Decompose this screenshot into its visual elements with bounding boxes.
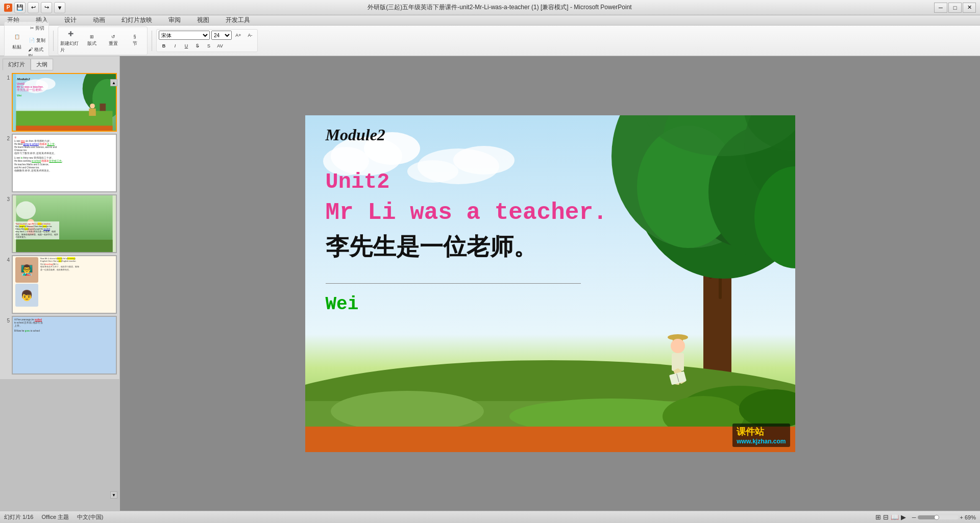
tab-view[interactable]: 视图	[194, 15, 212, 26]
view-reading-btn[interactable]: 📖	[891, 513, 899, 521]
bold-btn[interactable]: B	[159, 41, 169, 51]
minimize-btn[interactable]: ─	[934, 3, 947, 13]
slide-img-4[interactable]: 👨‍🏫 👦 Now Mr Li doesn't(work).He's(learn…	[12, 255, 117, 314]
paste-btn[interactable]: 📋 粘贴	[7, 28, 27, 54]
slide-num-5: 5	[3, 316, 10, 323]
main-area: 幻灯片 大纲 1	[0, 56, 980, 511]
slide-thumb-5[interactable]: 5 A:Five yearsago,he walked to school.五年…	[3, 316, 117, 375]
slide-content: Module2 Unit2 Mr Li was a teacher. 李先生是一…	[305, 115, 795, 452]
unit-title: Unit2	[326, 170, 775, 194]
divider-line	[326, 283, 581, 284]
app-icon: P	[4, 4, 12, 12]
slide-num-2: 2	[3, 134, 10, 141]
svg-rect-9	[16, 126, 112, 131]
view-slide-sorter-btn[interactable]: ⊟	[883, 513, 889, 521]
slide-img-2[interactable]: ① Li wei was six then.李伟那时六岁。 He liked g…	[12, 134, 117, 192]
title-bar-left: P 💾 ↩ ↪ ▼	[4, 2, 65, 13]
site-name: 课件站	[737, 426, 786, 438]
save-btn[interactable]: 💾	[14, 2, 26, 13]
text-shadow-btn[interactable]: S	[204, 41, 214, 51]
window-controls[interactable]: ─ □ ✕	[934, 3, 976, 13]
font-group: 宋体 24 A+ A- B I U S̶ S AV	[156, 29, 258, 52]
view-normal-btn[interactable]: ⊞	[875, 513, 881, 521]
toolbar: 📋 粘贴 ✂ 剪切 📄 复制 🖌 格式刷 ➕ 新建幻灯片 ⊞ 版式 ↺ 重置	[0, 26, 980, 56]
decrease-font-btn[interactable]: A-	[245, 31, 255, 40]
wei-label: Wei	[305, 289, 795, 320]
teacher-title: Mr Li was a teacher.	[326, 200, 775, 226]
italic-btn[interactable]: I	[170, 41, 180, 51]
slide-num-4: 4	[3, 255, 10, 263]
tab-outline[interactable]: 大纲	[31, 59, 53, 70]
slide-panel-wrap: 幻灯片 大纲 1	[0, 56, 120, 511]
sep2	[152, 31, 152, 51]
sep1	[53, 31, 54, 51]
new-slide-icon: ➕	[64, 28, 77, 39]
tab-design[interactable]: 设计	[61, 15, 80, 26]
svg-rect-8	[89, 109, 96, 116]
redo-btn[interactable]: ↪	[41, 2, 52, 13]
layout-btn[interactable]: ⊞ 版式	[82, 28, 102, 54]
canvas-area: Module2 Unit2 Mr Li was a teacher. 李先生是一…	[120, 56, 980, 511]
svg-point-7	[90, 104, 95, 109]
theme-name: Office 主题	[41, 513, 69, 521]
slide-count: 幻灯片 1/16	[4, 513, 33, 521]
strikethrough-btn[interactable]: S̶	[192, 41, 203, 51]
slide-canvas: Module2 Unit2 Mr Li was a teacher. 李先生是一…	[305, 115, 795, 452]
watermark: 课件站 www.kjzhan.com	[732, 424, 790, 447]
zoom-in-btn[interactable]: +	[960, 514, 963, 520]
tab-slides[interactable]: 幻灯片	[3, 59, 31, 70]
view-slideshow-btn[interactable]: ▶	[901, 513, 906, 521]
close-btn[interactable]: ✕	[963, 3, 976, 13]
font-size-select[interactable]: 24	[211, 31, 232, 40]
slide-thumb-1[interactable]: 1	[3, 73, 117, 132]
window-title: 外研版(三起)五年级英语下册课件-unit2-Mr-Li-was-a-teach…	[65, 3, 934, 12]
reset-btn[interactable]: ↺ 重置	[103, 28, 124, 54]
svg-rect-14	[16, 240, 112, 252]
title-bar: P 💾 ↩ ↪ ▼ 外研版(三起)五年级英语下册课件-unit2-Mr-Li-w…	[0, 0, 980, 15]
clipboard-group: 📋 粘贴 ✂ 剪切 📄 复制 🖌 格式刷	[4, 21, 49, 60]
slides-group: ➕ 新建幻灯片 ⊞ 版式 ↺ 重置 § 节	[58, 27, 148, 55]
underline-btn[interactable]: U	[181, 41, 191, 51]
slide-thumb-3[interactable]: 3	[3, 194, 117, 253]
undo-btn[interactable]: ↩	[28, 2, 39, 13]
section-btn[interactable]: § 节	[125, 28, 145, 54]
char-spacing-btn[interactable]: AV	[215, 41, 225, 51]
status-bar: 幻灯片 1/16 Office 主题 中文(中国) ⊞ ⊟ 📖 ▶ ─ + 69…	[0, 511, 980, 523]
svg-point-11	[16, 202, 36, 219]
tab-slideshow[interactable]: 幻灯片放映	[118, 15, 155, 26]
site-url: www.kjzhan.com	[737, 438, 786, 445]
increase-font-btn[interactable]: A+	[233, 31, 243, 40]
more-btn[interactable]: ▼	[54, 2, 65, 13]
slide-thumb-4[interactable]: 4 👨‍🏫 👦 Now Mr Li doesn't(work).He's(lea…	[3, 255, 117, 314]
zoom-out-btn[interactable]: ─	[912, 514, 916, 520]
zoom-level: 69%	[965, 514, 976, 520]
slide-img-5[interactable]: A:Five yearsago,he walked to school.五年前,…	[12, 316, 117, 375]
panel-tabs: 幻灯片 大纲	[3, 59, 117, 70]
slide-img-1[interactable]: Module2 Unit2 Mr Li was a teacher. 李先生是一…	[12, 73, 117, 132]
ribbon-tabs: 开始 插入 设计 动画 幻灯片放映 审阅 视图 开发工具	[0, 15, 980, 26]
module-title: Module2	[305, 115, 795, 150]
zoom-slider[interactable]	[918, 515, 959, 519]
font-family-select[interactable]: 宋体	[159, 31, 210, 40]
maximize-btn[interactable]: □	[948, 3, 962, 13]
language: 中文(中国)	[77, 513, 103, 521]
copy-btn[interactable]: 📄 复制	[28, 35, 46, 46]
tab-review[interactable]: 审阅	[165, 15, 184, 26]
paste-icon: 📋	[11, 31, 23, 43]
unit-area: Unit2 Mr Li was a teacher. 李先生是一位老师。	[305, 160, 795, 278]
chinese-title: 李先生是一位老师。	[326, 231, 775, 263]
scroll-up-btn[interactable]: ▲	[110, 79, 117, 86]
slide-thumb-2[interactable]: 2 ① Li wei was six then.李伟那时六岁。 He liked…	[3, 134, 117, 192]
tab-dev[interactable]: 开发工具	[223, 15, 253, 26]
slide-num-1: 1	[3, 73, 10, 81]
new-slide-btn[interactable]: ➕ 新建幻灯片	[60, 28, 81, 54]
slide-img-3[interactable]: Twenty years ago,Mr Li (was)a teacher. H…	[12, 194, 117, 253]
slide-panel: 幻灯片 大纲 1	[0, 56, 120, 379]
cut-btn[interactable]: ✂ 剪切	[28, 23, 46, 34]
scroll-down-btn[interactable]: ▼	[110, 491, 117, 499]
slide-num-3: 3	[3, 194, 10, 202]
tab-animation[interactable]: 动画	[90, 15, 108, 26]
